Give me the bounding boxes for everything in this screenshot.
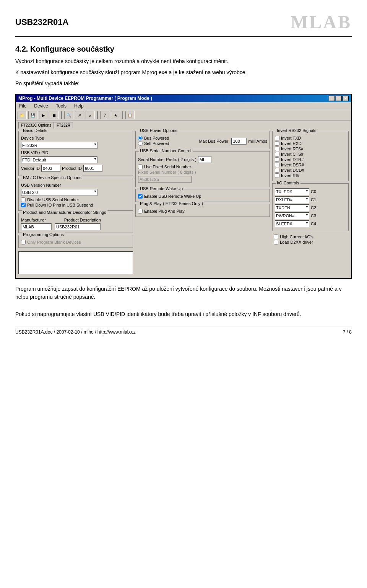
invert-dcd-checkbox[interactable] [275,168,279,173]
invert-rts-checkbox[interactable] [275,147,279,151]
serial-number-group: USB Serial Number Control Serial Number … [135,151,270,187]
device-type-select[interactable]: FT232R [21,142,97,149]
io-c2-label: C2 [311,205,316,210]
enable-plug-checkbox[interactable] [138,209,143,213]
enable-plug-label: Enable Plug And Play [144,209,185,213]
only-blank-checkbox[interactable] [21,240,26,244]
pull-down-io-label: Pull Down IO Pins in USB Suspend [27,203,93,207]
vendor-id-label: Vendor ID [21,166,40,171]
output-area [18,251,133,274]
usb-vid-pid-row: USB VID / PID [21,150,130,155]
descriptor-title: Product and Manufacturer Descriptor Stri… [22,210,107,215]
usb-vid-pid-label: USB VID / PID [21,150,49,155]
only-blank-row: Only Program Blank Devices [21,240,130,244]
max-bus-power-label: Max Bus Power [199,139,228,143]
product-desc-input[interactable] [55,223,101,230]
mprog-title: MProg - Multi Device EEPROM Programmer (… [18,96,152,101]
invert-dtr-checkbox[interactable] [275,157,279,162]
serial-prefix-input[interactable] [198,156,211,163]
menu-help[interactable]: Help [73,103,85,109]
invert-txd-label: Invert TXD [281,136,301,140]
maximize-btn[interactable]: □ [336,96,342,101]
mprog-window: MProg - Multi Device EEPROM Programmer (… [15,94,352,279]
invert-dcd-label: Invert DCD# [281,168,304,173]
io-c2-select[interactable]: TXDEN [275,204,309,211]
invert-ri-checkbox[interactable] [275,173,279,178]
invert-txd-checkbox[interactable] [275,136,279,140]
io-c4-select-wrap: SLEEP# [275,220,309,227]
toolbar-btn-4[interactable]: ⏹ [50,111,59,119]
toolbar-btn-7[interactable]: ↙ [86,111,95,119]
invert-signals-title: Invert RS232 Signals [276,128,317,133]
enable-wake-row: Enable USB Remote Wake Up [138,194,267,199]
fixed-serial-input[interactable] [138,176,192,183]
pull-down-io-checkbox[interactable] [21,203,26,207]
io-c4-select[interactable]: SLEEP# [275,220,309,227]
high-current-checkbox[interactable] [274,235,278,239]
max-bus-power-input[interactable] [231,138,247,145]
device-type-select-wrapper: FT232R [21,142,97,149]
menu-file[interactable]: File [18,103,28,109]
io-row-c1: RXLED# C1 [275,196,346,203]
serial-number-title: USB Serial Number Control [139,148,193,153]
invert-rts-label: Invert RTS# [281,147,304,151]
device-type-row: Device Type [21,136,130,140]
disable-usb-serial-row: Disable USB Serial Number [21,197,130,202]
io-c0-select-wrap: TXLED# [275,188,309,195]
manufacturer-input[interactable] [21,223,52,230]
close-btn[interactable]: ✕ [343,96,349,101]
toolbar-btn-9[interactable]: ★ [111,111,120,119]
usb-version-select[interactable]: USB 2.0 [21,189,97,196]
footer-left: USB232R01A.doc / 2007-02-10 / miho / htt… [15,329,136,335]
minimize-btn[interactable]: _ [329,96,335,101]
io-row-c0: TXLED# C0 [275,188,346,195]
mprog-menubar: File Device Tools Help [16,102,351,110]
toolbar-sep-1 [61,111,62,119]
use-fixed-row: Use Fixed Serial Number [138,165,267,169]
io-c2-select-wrap: TXDEN [275,204,309,211]
paragraph-3: Po spuštění vypadá takhle: [15,80,352,88]
toolbar-btn-8[interactable]: ? [100,111,109,119]
disable-usb-serial-checkbox[interactable] [21,197,26,202]
self-powered-row: Self Powered [138,141,169,146]
usb-vid-pid-select[interactable]: FTDI Default [21,156,97,163]
self-powered-radio[interactable] [138,141,143,146]
toolbar-btn-1[interactable]: 📁 [18,111,27,119]
invert-dsr-checkbox[interactable] [275,163,279,167]
io-c1-select[interactable]: RXLED# [275,196,309,203]
toolbar-btn-6[interactable]: ↗ [75,111,84,119]
menu-tools[interactable]: Tools [54,103,68,109]
toolbar-btn-3[interactable]: ▶ [39,111,48,119]
toolbar-btn-5[interactable]: 🔍 [64,111,73,119]
bus-powered-row: Bus Powered [138,136,169,140]
panel-left: Basic Details Device Type FT232R [18,131,133,276]
invert-rxd-checkbox[interactable] [275,141,279,146]
page-header: USB232R01A MLAB [15,11,352,37]
menu-device[interactable]: Device [32,103,50,109]
panel-right: Invert RS232 Signals Invert TXD Invert R… [272,131,349,276]
io-controls-title: I/O Controls [276,181,300,185]
post-paragraph-1: Program umožňuje zapsat do konfigurační … [15,285,352,301]
product-id-input[interactable] [83,165,102,172]
programming-options-group: Programming Options Only Program Blank D… [18,235,133,248]
toolbar-btn-10[interactable]: 📋 [125,111,135,119]
bus-powered-radio[interactable] [138,136,143,140]
load-d2xx-checkbox[interactable] [274,240,278,244]
device-type-input-row: FT232R [21,142,130,149]
invert-cts-checkbox[interactable] [275,152,279,156]
tab-ft232r[interactable]: FT232R [54,122,73,129]
io-c0-select[interactable]: TXLED# [275,188,309,195]
toolbar-btn-2[interactable]: 💾 [28,111,37,119]
invert-dsr-label: Invert DSR# [281,163,304,167]
tab-ft2232c[interactable]: FT2232C Options [18,122,54,129]
vendor-id-input[interactable] [41,165,60,172]
use-fixed-checkbox[interactable] [138,165,143,169]
paragraph-2: K nastavování konfigurace součástky slou… [15,68,352,77]
panel-center: USB Power Options Bus Powered Self P [135,131,270,276]
enable-wake-checkbox[interactable] [138,194,143,199]
programming-options-title: Programming Options [22,232,65,237]
device-type-label: Device Type [21,136,44,140]
io-c3-select[interactable]: PWRON# [275,212,309,219]
bm-options-title: BM / C Device Specific Options [22,175,83,180]
plug-play-group: Plug & Play ( FT232 Series Only ) Enable… [135,204,270,217]
